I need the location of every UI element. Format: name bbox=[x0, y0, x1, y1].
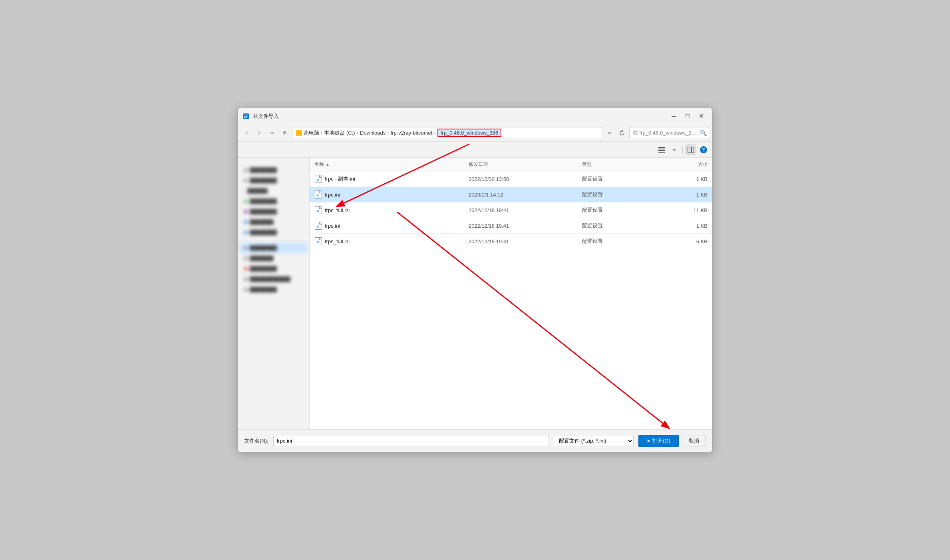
view-dropdown-button[interactable] bbox=[669, 144, 680, 155]
sidebar-dot-6 bbox=[244, 220, 247, 224]
toolbar-divider bbox=[682, 146, 683, 154]
file-size: 1 KB bbox=[656, 173, 712, 185]
back-button[interactable] bbox=[241, 127, 252, 139]
main-content: ████████ ████████ › ██████ ████████ ████… bbox=[238, 158, 712, 429]
path-part-computer: 此电脑 bbox=[304, 129, 319, 137]
sidebar-dot-11 bbox=[244, 278, 247, 281]
sidebar-label-1: ████████ bbox=[250, 167, 277, 173]
recent-button[interactable] bbox=[266, 127, 278, 139]
file-size: 1 KB bbox=[656, 189, 712, 201]
sidebar-dot-12 bbox=[244, 288, 247, 291]
sidebar-label-11: ████████████ bbox=[250, 276, 290, 282]
svg-rect-5 bbox=[658, 149, 665, 149]
sidebar-label-9: ███████ bbox=[250, 256, 274, 261]
cancel-button[interactable]: 取消 bbox=[682, 435, 706, 447]
col-header-date[interactable]: 修改日期 bbox=[464, 158, 578, 171]
search-wrapper: 🔍 bbox=[629, 127, 709, 139]
file-name: frpc.ini bbox=[325, 192, 340, 198]
file-icon: ⚙ bbox=[314, 221, 322, 230]
file-date: 2022/12/18 19:41 bbox=[464, 235, 578, 248]
open-button[interactable]: 打开(O) bbox=[638, 435, 679, 447]
table-row[interactable]: ⚙ frps_full.ini 2022/12/18 19:41 配置设置 6 … bbox=[310, 234, 712, 249]
col-header-type[interactable]: 类型 bbox=[577, 158, 656, 171]
path-part-frp: frp-v2ray-bitcomet bbox=[391, 130, 433, 136]
title-bar: 从文件导入 ─ □ ✕ bbox=[238, 108, 712, 124]
sidebar-item-10[interactable]: ████████ bbox=[239, 264, 308, 274]
table-row[interactable]: ⚙ frps.ini 2022/12/18 19:41 配置设置 1 KB bbox=[310, 218, 712, 234]
svg-rect-4 bbox=[658, 147, 665, 148]
maximize-button[interactable]: □ bbox=[681, 111, 694, 122]
col-header-size[interactable]: 大小 bbox=[656, 158, 712, 171]
sidebar-dot-4 bbox=[244, 200, 247, 203]
sidebar-label-4: ████████ bbox=[250, 199, 277, 204]
file-type: 配置设置 bbox=[577, 188, 656, 201]
filename-label: 文件名(N): bbox=[244, 437, 268, 445]
filename-input[interactable] bbox=[273, 435, 549, 447]
file-name: frps.ini bbox=[325, 223, 340, 229]
sidebar-label-3: ██████ bbox=[247, 188, 268, 194]
sidebar-dot-5 bbox=[244, 210, 247, 213]
sidebar-label-8: ████████ bbox=[250, 245, 277, 251]
action-buttons: 打开(O) 取消 bbox=[638, 435, 706, 447]
sidebar-item-5[interactable]: ████████ bbox=[239, 207, 308, 217]
file-icon: ⚙ bbox=[314, 206, 322, 214]
sidebar-item-9[interactable]: ███████ bbox=[239, 253, 308, 264]
sidebar-item-3[interactable]: › ██████ bbox=[239, 186, 308, 196]
forward-button[interactable] bbox=[254, 127, 265, 139]
view-list-button[interactable] bbox=[656, 144, 667, 155]
sidebar-dot-1 bbox=[244, 169, 247, 172]
table-row[interactable]: ⚙ frpc_full.ini 2022/12/18 19:41 配置设置 11… bbox=[310, 203, 712, 218]
file-type: 配置设置 bbox=[577, 172, 656, 186]
svg-rect-6 bbox=[658, 150, 665, 151]
svg-marker-10 bbox=[648, 439, 650, 443]
address-bar: 此电脑 › 本地磁盘 (C:) › Downloads › frp-v2ray-… bbox=[238, 124, 712, 142]
file-size: 1 KB bbox=[656, 220, 712, 232]
file-type: 配置设置 bbox=[577, 203, 656, 217]
up-button[interactable] bbox=[279, 127, 290, 139]
preview-pane-button[interactable] bbox=[685, 144, 696, 155]
sidebar-item-7[interactable]: ████████ bbox=[239, 227, 308, 238]
table-row[interactable]: ⚙ frpc.ini 2023/1/1 14:12 配置设置 1 KB bbox=[310, 187, 712, 203]
svg-rect-3 bbox=[244, 117, 247, 118]
sidebar-item-6[interactable]: ███████ bbox=[239, 217, 308, 227]
file-size: 6 KB bbox=[656, 235, 712, 248]
file-name: frpc_full.ini bbox=[325, 207, 350, 213]
sidebar-item-8[interactable]: ████████ bbox=[239, 243, 308, 253]
sidebar-label-10: ████████ bbox=[250, 266, 277, 272]
file-type: 配置设置 bbox=[577, 234, 656, 248]
table-row[interactable]: ⚙ frpc - 副本.ini 2022/12/30 13:50 配置设置 1 … bbox=[310, 171, 712, 187]
sidebar-divider bbox=[238, 240, 309, 240]
minimize-button[interactable]: ─ bbox=[668, 111, 680, 122]
help-button[interactable]: ? bbox=[698, 144, 709, 155]
filetype-select[interactable]: 配置文件 (*.zip, *.ini) bbox=[554, 435, 634, 447]
sidebar-item-1[interactable]: ████████ bbox=[239, 165, 308, 175]
sidebar-item-11[interactable]: ████████████ bbox=[239, 274, 308, 284]
open-button-label: 打开(O) bbox=[652, 437, 670, 445]
sidebar-dot-10 bbox=[244, 267, 247, 270]
address-dropdown-button[interactable] bbox=[604, 127, 615, 139]
path-part-disk: 本地磁盘 (C:) bbox=[324, 129, 355, 137]
file-date: 2022/12/18 19:41 bbox=[464, 220, 578, 232]
sidebar-dot-9 bbox=[244, 257, 247, 260]
sort-arrow: ▲ bbox=[326, 162, 330, 167]
file-date: 2023/1/1 14:12 bbox=[464, 189, 578, 201]
svg-rect-7 bbox=[658, 152, 665, 153]
sidebar-item-2[interactable]: ████████ bbox=[239, 175, 308, 186]
file-type: 配置设置 bbox=[577, 219, 656, 232]
sidebar-label-7: ████████ bbox=[250, 230, 277, 235]
address-path[interactable]: 此电脑 › 本地磁盘 (C:) › Downloads › frp-v2ray-… bbox=[292, 127, 602, 139]
path-current-folder: frp_0.46.0_windows_386 bbox=[437, 129, 502, 137]
svg-rect-2 bbox=[244, 116, 248, 117]
col-header-name[interactable]: 名称 ▲ bbox=[310, 158, 464, 171]
file-dialog-window: 从文件导入 ─ □ ✕ 此电脑 › 本地磁盘 (C:) › Downloads … bbox=[237, 108, 713, 452]
search-input[interactable] bbox=[629, 127, 709, 139]
window-title: 从文件导入 bbox=[253, 113, 668, 120]
close-button[interactable]: ✕ bbox=[695, 111, 708, 122]
refresh-button[interactable] bbox=[616, 127, 628, 139]
window-controls: ─ □ ✕ bbox=[668, 111, 708, 122]
sidebar-item-12[interactable]: ████████ bbox=[239, 284, 308, 295]
file-list-header: 名称 ▲ 修改日期 类型 大小 bbox=[310, 158, 712, 171]
sidebar-arrow-3: › bbox=[242, 189, 244, 193]
sidebar-item-4[interactable]: ████████ bbox=[239, 196, 308, 207]
file-icon: ⚙ bbox=[314, 190, 322, 199]
